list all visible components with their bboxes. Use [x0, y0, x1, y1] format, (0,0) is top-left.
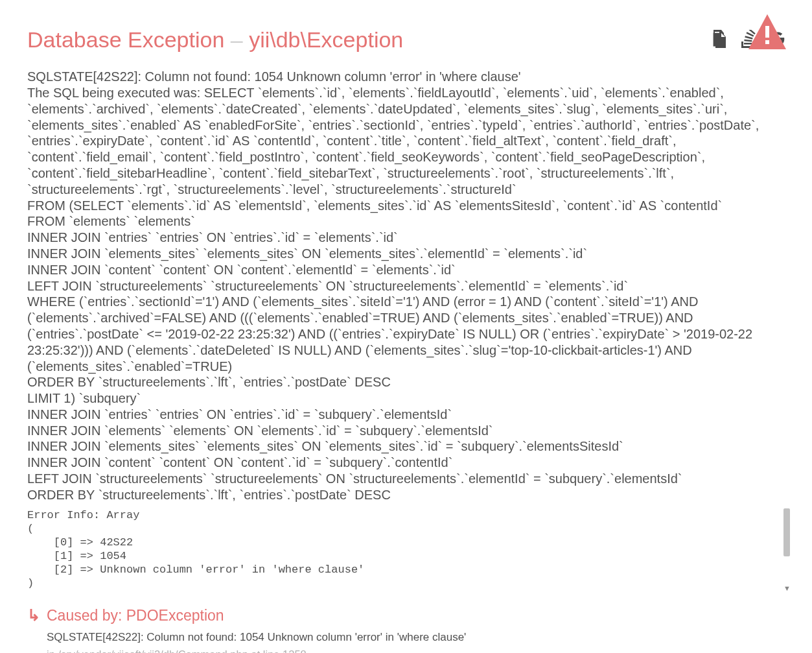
caused-by-exception-link[interactable]: PDOException	[126, 607, 224, 624]
caused-by-message: SQLSTATE[42S22]: Column not found: 1054 …	[47, 630, 786, 644]
indent-arrow-icon: ↳	[27, 606, 40, 625]
header: Database Exception – yii\db\Exception	[27, 26, 786, 53]
title-dash: –	[224, 27, 249, 52]
svg-rect-1	[765, 40, 769, 44]
caused-by-file: in /srv/vendor/yiisoft/yii2/db/Command.p…	[47, 648, 786, 653]
scroll-arrow-down-icon[interactable]: ▼	[783, 584, 791, 593]
copy-icon[interactable]	[711, 30, 726, 52]
exception-class: yii\db\Exception	[249, 27, 403, 52]
error-message: SQLSTATE[42S22]: Column not found: 1054 …	[27, 69, 780, 503]
caused-by-heading: ↳ Caused by: PDOException	[27, 606, 786, 625]
caused-by-prefix: Caused by:	[47, 607, 126, 624]
exception-name: Database Exception	[27, 27, 224, 52]
svg-rect-0	[765, 26, 769, 38]
error-info-block: Error Info: Array ( [0] => 42S22 [1] => …	[27, 508, 786, 590]
scrollbar-thumb[interactable]	[783, 508, 790, 556]
warning-icon	[748, 14, 786, 53]
page-title: Database Exception – yii\db\Exception	[27, 26, 403, 53]
